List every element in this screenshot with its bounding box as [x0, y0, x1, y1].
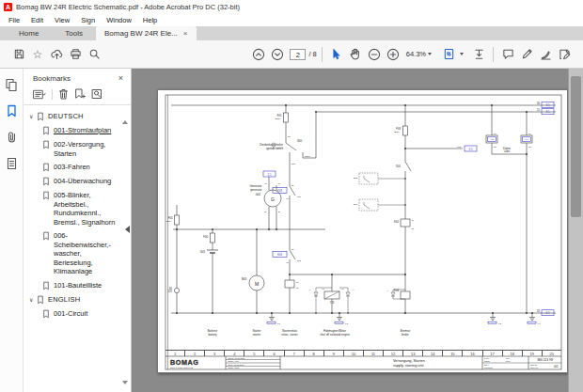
menu-view[interactable]: View: [49, 16, 75, 24]
scrollbar-thumb[interactable]: [571, 76, 581, 217]
print-button[interactable]: [66, 45, 85, 64]
bookmark-item[interactable]: ∨ENGLISH: [29, 295, 121, 305]
bookmark-item[interactable]: ∨DEUTSCH: [29, 112, 121, 121]
comment-button[interactable]: [498, 45, 517, 64]
svg-text:2.1: 2.1: [267, 173, 272, 177]
highlight-button[interactable]: [517, 45, 536, 64]
bookmark-label: 001-Circuit: [54, 309, 87, 319]
panel-collapse-button[interactable]: [123, 221, 131, 238]
svg-text:Name: Helin: Name: Helin: [228, 360, 240, 362]
bookmark-item[interactable]: 003-Fahren: [42, 163, 121, 172]
column-number: 12: [384, 351, 403, 356]
svg-text:6.1: 6.1: [545, 311, 550, 315]
svg-text:ignition switch: ignition switch: [266, 147, 283, 150]
svg-text:3.1: 3.1: [545, 110, 550, 114]
expander-icon[interactable]: ∨: [29, 296, 37, 303]
page-fit-caret-icon[interactable]: [460, 53, 464, 55]
tab-document-label: Bomag BW 24R Ele...: [104, 29, 178, 38]
menu-sign[interactable]: Sign: [75, 16, 101, 24]
svg-text:6.2: 6.2: [345, 322, 349, 324]
svg-text:G02: G02: [256, 193, 261, 196]
menu-window[interactable]: Window: [101, 16, 137, 24]
brake-branch: F03 BOX.. X03 3.1 S01 K61: [387, 104, 477, 314]
attachments-icon[interactable]: [6, 131, 18, 144]
new-bookmark-icon[interactable]: [74, 88, 86, 100]
find-button[interactable]: [85, 45, 103, 64]
svg-text:50a: 50a: [292, 163, 296, 165]
svg-text:F00: F00: [203, 235, 208, 239]
svg-text:3.1: 3.1: [545, 103, 550, 107]
more-tools-button[interactable]: [555, 45, 574, 64]
svg-text:86: 86: [296, 281, 299, 283]
svg-text:battery: battery: [208, 333, 217, 337]
zoom-in-button[interactable]: [384, 45, 402, 64]
column-number: 20: [543, 351, 561, 356]
tab-bar: Home Tools Bomag BW 24R Ele... ×: [0, 26, 583, 40]
bookmark-item[interactable]: 006-Scheibenwischer,-wascher, Berieselun…: [42, 231, 121, 276]
tab-tools[interactable]: Tools: [52, 26, 96, 40]
bookmark-item[interactable]: 101-Bauteilliste: [42, 281, 121, 290]
menu-file[interactable]: File: [3, 16, 25, 24]
delete-bookmark-icon[interactable]: [58, 88, 69, 100]
bookmark-item[interactable]: 001-Stromlaufplan: [42, 126, 121, 135]
menu-edit[interactable]: Edit: [25, 16, 49, 24]
svg-text:87a: 87a: [297, 196, 301, 197]
tab-close-icon[interactable]: ×: [183, 29, 188, 38]
vertical-scrollbar[interactable]: [568, 69, 583, 392]
menu-help[interactable]: Help: [137, 16, 163, 24]
column-number: 6: [264, 351, 284, 356]
panel-close-icon[interactable]: ×: [118, 73, 123, 83]
bookmarks-panel-icon[interactable]: [6, 104, 18, 118]
share-button[interactable]: [47, 45, 66, 64]
previous-page-button[interactable]: [249, 45, 268, 64]
pressure-switches: S02 S03: [354, 173, 406, 211]
minus-circle-icon: [368, 48, 381, 61]
bookmark-item[interactable]: 002-Versorgung, Starten: [42, 140, 121, 158]
panel-scroll-down-icon[interactable]: [122, 381, 128, 384]
svg-text:Kabine: Kabine: [503, 147, 512, 150]
svg-text:AW: AW: [322, 288, 325, 290]
panel-scroll-up-icon[interactable]: [122, 120, 128, 124]
page-number-input[interactable]: 2: [290, 49, 306, 60]
save-button[interactable]: [9, 45, 28, 64]
svg-text:V..: V..: [309, 289, 312, 290]
bookmark-options-icon[interactable]: [33, 89, 46, 100]
page-thumbnails-icon[interactable]: [5, 78, 18, 91]
svg-text:from:: from:: [506, 360, 511, 362]
svg-text:BOMAG GMBH BOPPARD: BOMAG GMBH BOPPARD: [170, 367, 194, 368]
column-number: 17: [483, 351, 503, 356]
zoom-level-label[interactable]: 64.3%: [406, 50, 426, 58]
bomag-logo: BOMAG: [170, 358, 199, 367]
scrolling-mode-button[interactable]: [469, 45, 488, 64]
expander-icon[interactable]: ∨: [29, 113, 37, 119]
layers-icon[interactable]: [6, 157, 18, 170]
bookmark-item[interactable]: 005-Blinker, Arbeitsbel., Rundumkennl., …: [42, 191, 121, 227]
bookmarks-panel-title: Bookmarks: [33, 74, 71, 83]
svg-text:S01: S01: [396, 165, 401, 168]
document-viewport[interactable]: 30 3.1 15 3.1 F01 BOX..: [132, 69, 568, 392]
svg-text:85: 85: [296, 287, 299, 289]
zoom-caret-icon[interactable]: [428, 53, 432, 55]
expand-current-bookmark-icon[interactable]: [91, 88, 102, 100]
tab-home[interactable]: Home: [6, 26, 52, 40]
bookmark-icon: [42, 140, 50, 149]
zoom-out-button[interactable]: [365, 45, 384, 64]
select-tool-button[interactable]: [327, 45, 346, 64]
schematic-page[interactable]: 30 3.1 15 3.1 F01 BOX..: [157, 89, 568, 373]
hand-tool-button[interactable]: [346, 45, 365, 64]
svg-text:AW: AW: [340, 288, 344, 290]
svg-text:6.1: 6.1: [277, 322, 281, 324]
svg-text:30: 30: [537, 102, 541, 105]
next-page-button[interactable]: [268, 45, 287, 64]
svg-text:87a: 87a: [297, 259, 301, 261]
bookmark-item[interactable]: 004-Überwachung: [42, 177, 121, 186]
sign-button[interactable]: [536, 45, 555, 64]
schematic-drawing: 30 3.1 15 3.1 F01 BOX..: [158, 90, 568, 374]
page-fit-button[interactable]: [439, 45, 458, 64]
tab-document[interactable]: Bomag BW 24R Ele... ×: [96, 26, 196, 40]
favorite-button[interactable]: ☆: [28, 45, 47, 64]
bookmark-item[interactable]: 001-Circuit: [42, 309, 121, 319]
svg-text:B+: B+: [264, 211, 267, 212]
svg-text:B-: B-: [278, 211, 280, 212]
signature-pen-icon: [540, 48, 552, 60]
